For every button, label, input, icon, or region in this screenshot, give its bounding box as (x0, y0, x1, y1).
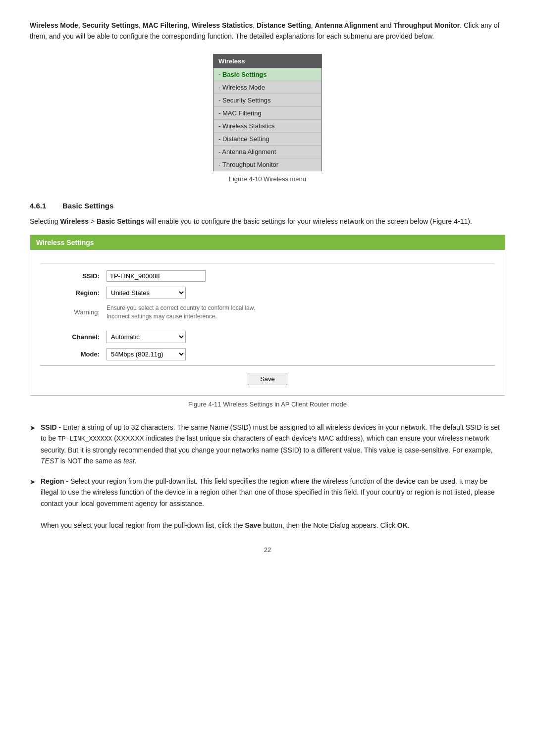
mode-select[interactable]: 54Mbps (802.11g) (107, 348, 186, 360)
bottom-divider (40, 365, 495, 366)
menu-item-throughput-monitor[interactable]: - Throughput Monitor (214, 158, 321, 171)
bullet-arrow-ssid: ➤ (30, 422, 41, 433)
warning-row: Warning: Ensure you select a correct cou… (40, 304, 495, 321)
menu-item-wireless-mode[interactable]: - Wireless Mode (214, 81, 321, 94)
ssid-default: TP-LINK_XXXXXX (58, 435, 112, 443)
wireless-menu-diagram: Wireless - Basic Settings - Wireless Mod… (30, 54, 505, 197)
page-number: 22 (30, 546, 505, 554)
intro-term-6: Antenna Alignment (315, 21, 378, 29)
region-ok-ref: OK (397, 521, 408, 529)
channel-row: Channel: Automatic (40, 331, 495, 343)
menu-item-antenna-alignment[interactable]: - Antenna Alignment (214, 145, 321, 158)
bullet-arrow-region: ➤ (30, 476, 41, 487)
intro-term-2: Security Settings (82, 21, 139, 29)
spacer (40, 326, 495, 331)
ssid-term: SSID (41, 423, 57, 431)
wireless-settings-panel: Wireless Settings SSID: Region: United S… (30, 235, 505, 396)
ssid-example-1: TEST (41, 457, 58, 465)
menu-header: Wireless (214, 54, 321, 68)
settings-panel-header: Wireless Settings (30, 235, 505, 250)
menu-item-basic-settings[interactable]: - Basic Settings (214, 68, 321, 81)
intro-term-3: MAC Filtering (143, 21, 188, 29)
menu-item-distance-setting[interactable]: - Distance Setting (214, 132, 321, 145)
intro-term-7: Throughput Monitor (393, 21, 460, 29)
intro-term-1: Wireless Mode (30, 21, 78, 29)
channel-label: Channel: (40, 333, 100, 341)
mode-row: Mode: 54Mbps (802.11g) (40, 348, 495, 360)
bullet-text-ssid: SSID - Enter a string of up to 32 charac… (41, 422, 505, 467)
warning-label: Warning: (40, 308, 100, 316)
region-select[interactable]: United States (107, 287, 186, 299)
save-button[interactable]: Save (248, 373, 287, 385)
top-divider (40, 263, 495, 263)
bullet-region: ➤ Region - Select your region from the p… (30, 476, 505, 531)
region-term: Region (41, 477, 64, 485)
menu-item-mac-filtering[interactable]: - MAC Filtering (214, 106, 321, 119)
warning-text: Ensure you select a correct country to c… (107, 304, 275, 321)
section-description: Selecting Wireless > Basic Settings will… (30, 216, 505, 227)
channel-select[interactable]: Automatic (107, 331, 186, 343)
menu-caption: Figure 4-10 Wireless menu (229, 175, 306, 183)
ssid-example-2: test (123, 457, 135, 465)
region-row: Region: United States (40, 287, 495, 299)
ssid-label: SSID: (40, 272, 100, 280)
region-label: Region: (40, 289, 100, 297)
section-heading: 4.6.1 Basic Settings (30, 202, 505, 210)
menu-item-security-settings[interactable]: - Security Settings (214, 94, 321, 106)
menu-item-wireless-statistics[interactable]: - Wireless Statistics (214, 119, 321, 132)
intro-term-4: Wireless Statistics (192, 21, 253, 29)
wireless-menu-box: Wireless - Basic Settings - Wireless Mod… (213, 54, 322, 171)
desc-basic-settings: Basic Settings (97, 217, 144, 225)
ssid-input[interactable] (107, 270, 206, 282)
section-number: 4.6.1 (30, 202, 54, 210)
intro-paragraph: Wireless Mode, Security Settings, MAC Fi… (30, 20, 505, 42)
intro-term-5: Distance Setting (257, 21, 311, 29)
save-row: Save (40, 373, 495, 385)
panel-caption: Figure 4-11 Wireless Settings in AP Clie… (30, 401, 505, 408)
bullet-text-region: Region - Select your region from the pul… (41, 476, 505, 531)
settings-panel-body: SSID: Region: United States Warning: Ens… (30, 250, 505, 395)
section-title: Basic Settings (62, 202, 113, 210)
bullet-section: ➤ SSID - Enter a string of up to 32 char… (30, 422, 505, 531)
ssid-row: SSID: (40, 270, 495, 282)
bullet-ssid: ➤ SSID - Enter a string of up to 32 char… (30, 422, 505, 467)
desc-wireless: Wireless (60, 217, 88, 225)
mode-label: Mode: (40, 351, 100, 358)
region-save-ref: Save (245, 521, 261, 529)
